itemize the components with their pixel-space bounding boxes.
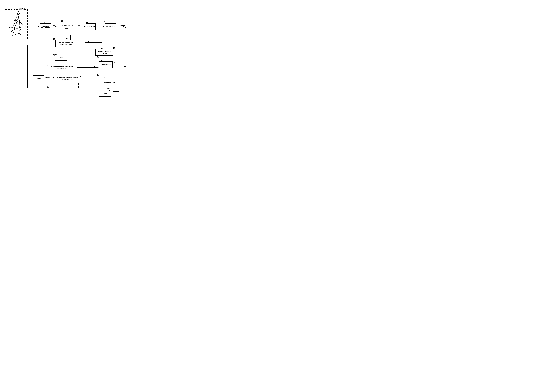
- ref12-label: 12: [104, 20, 106, 22]
- noise-detect-filter-block: NOISE DETECTING FILTER: [95, 49, 113, 56]
- svg-point-13: [20, 33, 21, 34]
- sn-label: Sn: [97, 56, 99, 58]
- if-amp-block: INTEERMEDIATE FREQUWNCY AMPLIFYING UNIT: [57, 22, 77, 32]
- ref16-label: 16: [124, 66, 126, 68]
- ref8-label: 8: [24, 8, 25, 10]
- circuit-diagram: ANT1 ANT2 ANTn-1 ANTn 8 9 10 11 12 13 14…: [0, 0, 135, 98]
- ref14-label: 14: [113, 47, 115, 49]
- svg-marker-4: [15, 17, 18, 20]
- signal-strength-block: SIGNAL STRENGTH DETECTING UNIT: [55, 40, 77, 47]
- svg-marker-8: [11, 30, 14, 33]
- svg-line-16: [14, 28, 20, 29]
- detector-block: DETECTOR: [86, 23, 96, 30]
- svg-point-11: [20, 26, 21, 28]
- outer-dashed-box-16: [96, 72, 128, 98]
- svg-marker-6: [13, 23, 16, 27]
- comparator-block: COMPARATOR: [99, 61, 113, 68]
- output-unit-block: OUTPUT UNIT: [105, 23, 116, 30]
- svg-marker-29: [123, 26, 124, 27]
- sif-prime-label: SIF': [78, 24, 81, 26]
- antn-label: ANTn: [9, 26, 13, 28]
- svg-point-10: [20, 22, 21, 24]
- ref15-label: 15: [113, 62, 115, 63]
- sout-label: Sout: [120, 24, 124, 26]
- svg-marker-61: [27, 45, 28, 47]
- svg-marker-42: [97, 67, 99, 68]
- timer-tm3-block: TIMER: [55, 55, 67, 61]
- svg-line-17: [12, 33, 20, 36]
- svg-marker-21: [38, 26, 40, 27]
- sv-label: Sv: [47, 86, 49, 88]
- thd-label: THD: [92, 66, 96, 68]
- svg-point-68: [90, 42, 91, 43]
- svg-point-12: [20, 29, 21, 31]
- sif-prime2-label: SIF': [65, 37, 68, 39]
- svg-line-15: [16, 23, 20, 25]
- svg-marker-27: [103, 26, 105, 27]
- timer-tm2-block: TIMER: [33, 75, 44, 81]
- ant1-label: ANT1: [19, 8, 24, 10]
- sif-label: SIF: [53, 24, 55, 26]
- sp-label: Sp: [87, 40, 89, 42]
- svg-marker-52: [53, 77, 55, 78]
- sin-label: Sin: [35, 24, 38, 26]
- frequency-converter-block: FREQUENCY CONVERTER: [40, 23, 51, 31]
- ref18-label: 18: [80, 75, 82, 77]
- noise-sens-setting-block: NOISE DETECTION SENSITIVITY SETTING UNIT: [48, 64, 77, 72]
- ref13-label: 13: [53, 38, 55, 40]
- svg-marker-25: [84, 26, 86, 27]
- rsch-label: RSch: [45, 77, 50, 78]
- svg-rect-0: [5, 10, 28, 40]
- ant-switch-count-block: ANTENNA SWITCHING COUNT ANALYZING UNIT: [55, 75, 80, 83]
- svg-marker-23: [55, 26, 57, 27]
- svg-line-18: [21, 23, 25, 27]
- ant2-label: ANT2: [17, 14, 21, 16]
- ref10-label: 10: [61, 20, 63, 22]
- antn1-label: ANTn-1: [14, 20, 20, 22]
